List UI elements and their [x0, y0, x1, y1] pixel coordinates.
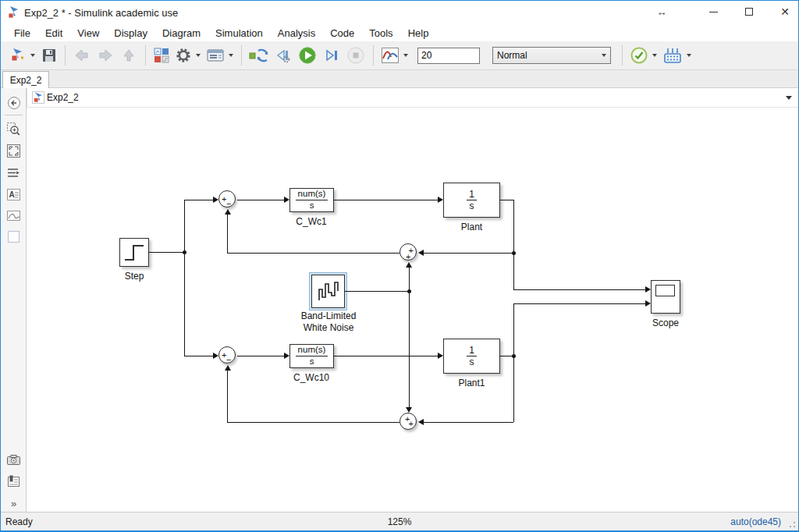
wire[interactable] — [184, 200, 185, 356]
model-advisor-caret-icon[interactable] — [652, 54, 657, 57]
menu-tools[interactable]: Tools — [362, 26, 400, 41]
expand-palette-button[interactable]: » — [5, 495, 22, 512]
wire[interactable] — [227, 371, 228, 422]
wire[interactable] — [237, 356, 284, 356]
debug-caret-icon[interactable] — [687, 54, 691, 57]
stop-button[interactable] — [344, 44, 368, 66]
sim-mode-dropdown[interactable]: Normal — [492, 47, 611, 64]
new-model-caret-icon[interactable] — [30, 54, 35, 57]
stop-icon — [346, 46, 366, 65]
step-block[interactable] — [119, 238, 149, 267]
sim-data-inspector-button[interactable] — [379, 44, 401, 66]
toolbar-separator — [65, 45, 66, 66]
signal-routing-button[interactable] — [5, 165, 22, 181]
status-solver[interactable]: auto(ode45) — [730, 516, 781, 527]
arrowhead — [645, 286, 651, 293]
screenshot-button[interactable] — [5, 452, 22, 468]
signal-routing-icon — [6, 165, 21, 180]
up-button[interactable] — [118, 44, 140, 66]
window-title: Exp2_2 * - Simulink academic use — [24, 7, 178, 19]
step-forward-button[interactable] — [321, 44, 343, 66]
wire[interactable] — [500, 200, 513, 200]
sum-block-bottom-right[interactable]: + + — [400, 413, 417, 430]
wire[interactable] — [424, 253, 513, 254]
step-glyph-icon — [121, 240, 147, 265]
plant1-block[interactable]: 1s — [443, 339, 500, 374]
menu-simulation[interactable]: Simulation — [208, 26, 271, 41]
library-browser-button[interactable] — [151, 44, 172, 66]
model-browser-button[interactable] — [5, 473, 22, 490]
menu-view[interactable]: View — [70, 26, 107, 41]
toolbar-separator — [622, 45, 623, 66]
c-wc10-block[interactable]: num(s)s — [289, 344, 334, 368]
area-box-button[interactable] — [5, 229, 22, 245]
arrowhead — [418, 419, 424, 425]
wire[interactable] — [334, 356, 438, 356]
stop-time-input[interactable] — [417, 48, 480, 64]
step-forward-icon — [322, 47, 341, 64]
breadcrumb-dropdown-icon[interactable] — [786, 96, 792, 100]
model-advisor-button[interactable] — [628, 44, 650, 66]
wire[interactable] — [513, 289, 645, 290]
wire[interactable] — [227, 253, 400, 254]
plant-block[interactable]: 1s — [443, 183, 500, 218]
back-button[interactable] — [71, 44, 93, 66]
save-button[interactable] — [39, 44, 59, 66]
green-check-icon — [630, 46, 648, 65]
wire[interactable] — [409, 291, 410, 407]
sum-block-mid-right[interactable]: + + — [400, 243, 417, 261]
step-back-button[interactable] — [272, 44, 294, 66]
wire[interactable] — [184, 356, 213, 356]
wire[interactable] — [424, 422, 513, 423]
menu-file[interactable]: File — [7, 26, 38, 41]
wire[interactable] — [513, 303, 514, 422]
model-config-caret-icon[interactable] — [229, 54, 233, 57]
sim-mode-caret-icon — [602, 54, 606, 57]
wire[interactable] — [149, 252, 184, 253]
maximize-button[interactable] — [736, 1, 762, 23]
c-wc1-block[interactable]: num(s)s — [289, 188, 334, 212]
arrowhead — [284, 197, 289, 203]
tf-denominator: s — [470, 200, 474, 211]
annotation-button[interactable]: A — [5, 186, 22, 203]
band-limited-white-noise-block[interactable] — [311, 275, 345, 308]
wire[interactable] — [345, 291, 409, 292]
tab-exp2-2[interactable]: Exp2_2 — [2, 71, 49, 88]
settings-button[interactable] — [173, 44, 194, 66]
settings-caret-icon[interactable] — [196, 54, 201, 57]
scope-block[interactable] — [651, 280, 680, 314]
minimize-button[interactable] — [700, 1, 726, 23]
debug-button[interactable] — [661, 44, 684, 66]
fit-to-view-button[interactable] — [5, 143, 22, 159]
wire[interactable] — [409, 268, 410, 291]
menu-edit[interactable]: Edit — [38, 26, 70, 41]
dock-icon[interactable]: ↔ — [648, 1, 675, 23]
wire[interactable] — [184, 200, 213, 200]
run-button[interactable] — [296, 44, 319, 66]
sum-block-top-left[interactable]: + − — [218, 190, 236, 207]
new-model-button[interactable] — [8, 44, 28, 66]
model-canvas[interactable]: Step + − num(s)s C_Wc1 1s — [27, 108, 798, 512]
menu-help[interactable]: Help — [401, 26, 437, 41]
hide-explorer-button[interactable] — [5, 94, 22, 111]
forward-button[interactable] — [94, 44, 116, 66]
close-button[interactable]: ✕ — [772, 1, 798, 23]
menu-display[interactable]: Display — [107, 26, 155, 41]
wire[interactable] — [227, 422, 400, 423]
wire[interactable] — [513, 200, 514, 289]
sim-data-inspector-caret-icon[interactable] — [403, 54, 408, 57]
zoom-region-button[interactable] — [5, 121, 22, 137]
model-config-button[interactable] — [204, 44, 226, 66]
debug-board-icon — [662, 46, 683, 65]
image-annotation-button[interactable] — [5, 207, 22, 224]
menu-analysis[interactable]: Analysis — [271, 26, 323, 41]
sum-block-bottom-left[interactable]: + − — [218, 346, 236, 364]
wire[interactable] — [227, 215, 228, 253]
menu-code[interactable]: Code — [323, 26, 362, 41]
update-diagram-button[interactable] — [247, 44, 271, 66]
wire[interactable] — [513, 303, 645, 304]
wire[interactable] — [334, 200, 438, 200]
menu-diagram[interactable]: Diagram — [155, 26, 208, 41]
breadcrumb-model-name[interactable]: Exp2_2 — [47, 92, 79, 103]
wire[interactable] — [237, 200, 284, 200]
